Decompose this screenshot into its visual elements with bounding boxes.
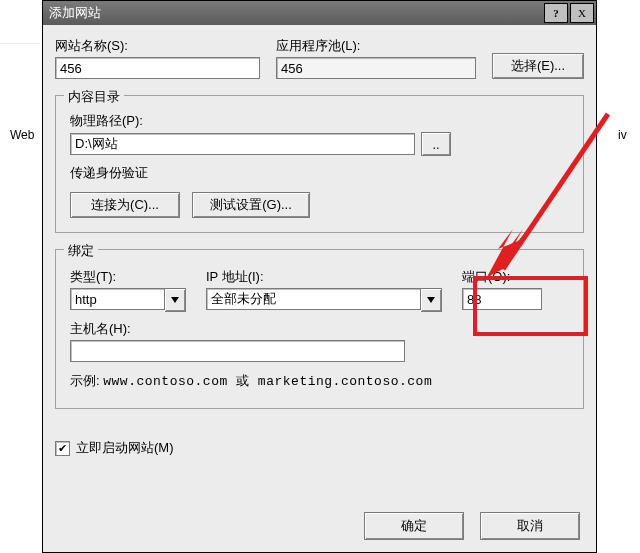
ip-label: IP 地址(I):: [206, 268, 446, 286]
start-website-label: 立即启动网站(M): [76, 439, 174, 457]
connect-as-button[interactable]: 连接为(C)...: [70, 192, 180, 218]
port-input[interactable]: [462, 288, 542, 310]
physical-path-input[interactable]: [70, 133, 415, 155]
app-pool-input[interactable]: [276, 57, 476, 79]
svg-marker-1: [427, 297, 435, 303]
binding-title: 绑定: [64, 242, 98, 260]
background-label: Web: [10, 128, 34, 142]
app-pool-label: 应用程序池(L):: [276, 37, 480, 55]
site-name-label: 网站名称(S):: [55, 37, 264, 55]
example-text: www.contoso.com 或 marketing.contoso.com: [103, 374, 432, 389]
ip-combo[interactable]: [206, 288, 446, 312]
site-name-input[interactable]: [55, 57, 260, 79]
test-settings-button[interactable]: 测试设置(G)...: [192, 192, 310, 218]
pass-auth-label: 传递身份验证: [70, 164, 569, 182]
title-bar[interactable]: 添加网站 ? X: [43, 1, 596, 25]
background-label-right: iv: [618, 128, 627, 142]
svg-marker-0: [171, 297, 179, 303]
binding-group: 绑定 类型(T): IP 地址(I):: [55, 249, 584, 409]
type-label: 类型(T):: [70, 268, 190, 286]
chevron-down-icon[interactable]: [165, 288, 186, 312]
content-directory-group: 内容目录 物理路径(P): .. 传递身份验证 连接为(C)... 测试设置(G…: [55, 95, 584, 233]
host-label: 主机名(H):: [70, 320, 569, 338]
example-label: 示例:: [70, 373, 100, 388]
dialog-title: 添加网站: [49, 4, 542, 22]
chevron-down-icon[interactable]: [421, 288, 442, 312]
add-website-dialog: 添加网站 ? X 网站名称(S): 应用程序池(L): 选择(E)...: [42, 0, 597, 553]
title-help-button[interactable]: ?: [544, 3, 568, 23]
port-label: 端口(O):: [462, 268, 557, 286]
check-icon: ✔: [58, 443, 67, 454]
physical-path-label: 物理路径(P):: [70, 112, 569, 130]
type-combo[interactable]: [70, 288, 190, 312]
select-app-pool-button[interactable]: 选择(E)...: [492, 53, 584, 79]
cancel-button[interactable]: 取消: [480, 512, 580, 540]
browse-path-button[interactable]: ..: [421, 132, 451, 156]
type-combo-input[interactable]: [70, 288, 165, 310]
title-close-button[interactable]: X: [570, 3, 594, 23]
host-input[interactable]: [70, 340, 405, 362]
start-website-checkbox[interactable]: ✔: [55, 441, 70, 456]
ok-button[interactable]: 确定: [364, 512, 464, 540]
ip-combo-input[interactable]: [206, 288, 421, 310]
content-directory-title: 内容目录: [64, 88, 124, 106]
